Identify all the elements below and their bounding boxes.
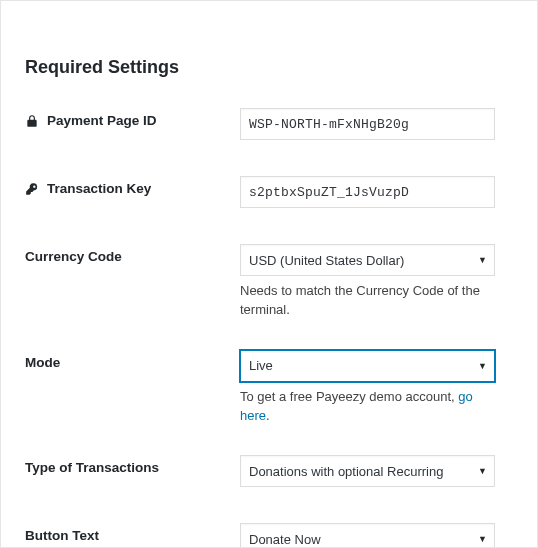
mode-help-prefix: To get a free Payeezy demo account, [240, 389, 458, 404]
label-text: Currency Code [25, 249, 122, 264]
type-of-transactions-select[interactable]: Donations with optional Recurring [240, 455, 495, 487]
label-currency-code: Currency Code [25, 244, 240, 264]
mode-help: To get a free Payeezy demo account, go h… [240, 388, 495, 426]
label-transaction-key: Transaction Key [25, 176, 240, 196]
payment-page-id-input[interactable] [240, 108, 495, 140]
button-text-select[interactable]: Donate Now [240, 523, 495, 548]
label-mode: Mode [25, 350, 240, 370]
label-payment-page-id: Payment Page ID [25, 108, 240, 128]
currency-code-select[interactable]: USD (United States Dollar) [240, 244, 495, 276]
label-text: Transaction Key [47, 181, 151, 196]
field-transaction-key: Transaction Key [25, 176, 513, 208]
field-type-of-transactions: Type of Transactions Donations with opti… [25, 455, 513, 487]
transaction-key-input[interactable] [240, 176, 495, 208]
label-type-of-transactions: Type of Transactions [25, 455, 240, 475]
field-payment-page-id: Payment Page ID [25, 108, 513, 140]
lock-icon [25, 113, 41, 128]
mode-help-suffix: . [266, 408, 270, 423]
label-text: Mode [25, 355, 60, 370]
label-text: Payment Page ID [47, 113, 157, 128]
label-button-text: Button Text [25, 523, 240, 543]
currency-code-help: Needs to match the Currency Code of the … [240, 282, 495, 320]
section-title: Required Settings [25, 57, 513, 78]
label-text: Type of Transactions [25, 460, 159, 475]
label-text: Button Text [25, 528, 99, 543]
field-mode: Mode Live To get a free Payeezy demo acc… [25, 350, 513, 426]
field-currency-code: Currency Code USD (United States Dollar)… [25, 244, 513, 320]
key-icon [25, 181, 41, 196]
mode-select[interactable]: Live [240, 350, 495, 382]
field-button-text: Button Text Donate Now [25, 523, 513, 548]
